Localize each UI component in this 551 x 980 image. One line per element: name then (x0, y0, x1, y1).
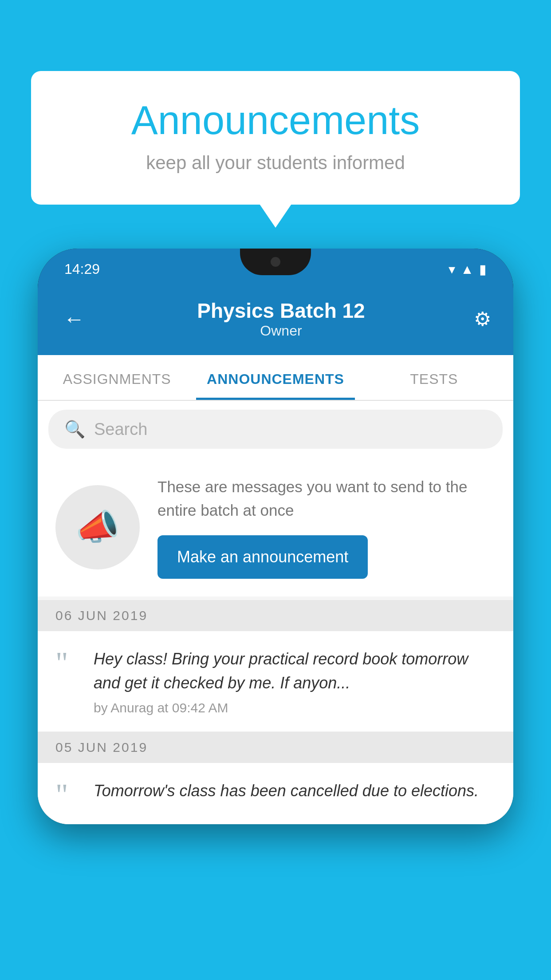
search-bar[interactable]: 🔍 Search (48, 410, 503, 449)
bubble-subtitle: keep all your students informed (67, 152, 484, 174)
signal-icon: ▲ (460, 262, 474, 277)
announcement-item-1[interactable]: " Hey class! Bring your practical record… (38, 631, 513, 732)
battery-icon: ▮ (479, 261, 487, 277)
speech-bubble: Announcements keep all your students inf… (31, 71, 520, 205)
status-bar: 14:29 ▾ ▲ ▮ (38, 249, 513, 285)
announcement-meta-1: by Anurag at 09:42 AM (94, 700, 496, 715)
search-icon: 🔍 (64, 419, 85, 439)
promo-icon-circle: 📣 (55, 485, 140, 569)
phone-notch (240, 249, 311, 275)
header-center: Physics Batch 12 Owner (197, 299, 365, 339)
tab-bar: ASSIGNMENTS ANNOUNCEMENTS TESTS (38, 355, 513, 401)
promo-description: These are messages you want to send to t… (157, 475, 496, 522)
status-time: 14:29 (64, 261, 100, 277)
status-icons: ▾ ▲ ▮ (449, 261, 487, 277)
tab-announcements[interactable]: ANNOUNCEMENTS (196, 355, 354, 400)
date-separator-1: 06 JUN 2019 (38, 600, 513, 631)
announcement-text-1: Hey class! Bring your practical record b… (94, 647, 496, 695)
header-subtitle: Owner (197, 323, 365, 339)
tab-assignments[interactable]: ASSIGNMENTS (38, 355, 196, 400)
announcement-item-2[interactable]: " Tomorrow's class has been cancelled du… (38, 763, 513, 824)
settings-button[interactable]: ⚙ (474, 308, 491, 330)
make-announcement-button[interactable]: Make an announcement (157, 535, 368, 579)
quote-icon-2: " (55, 782, 78, 807)
tab-tests[interactable]: TESTS (355, 355, 513, 400)
wifi-icon: ▾ (449, 261, 455, 277)
quote-icon-1: " (55, 651, 78, 676)
announcement-promo: 📣 These are messages you want to send to… (38, 458, 513, 597)
search-placeholder: Search (94, 420, 147, 439)
header-title: Physics Batch 12 (197, 299, 365, 323)
phone-wrapper: 14:29 ▾ ▲ ▮ ← Physics Batch 12 Owner ⚙ A… (38, 249, 513, 980)
date-separator-2: 05 JUN 2019 (38, 732, 513, 763)
announcement-text-2: Tomorrow's class has been cancelled due … (94, 779, 496, 803)
camera (271, 257, 280, 267)
search-bar-container: 🔍 Search (38, 401, 513, 458)
phone-device: 14:29 ▾ ▲ ▮ ← Physics Batch 12 Owner ⚙ A… (38, 249, 513, 824)
app-header: ← Physics Batch 12 Owner ⚙ (38, 285, 513, 355)
back-button[interactable]: ← (60, 303, 88, 335)
megaphone-icon: 📣 (75, 506, 120, 548)
announcement-content-2: Tomorrow's class has been cancelled due … (94, 779, 496, 808)
promo-content: These are messages you want to send to t… (157, 475, 496, 579)
app-body: 🔍 Search 📣 These are messages you want t… (38, 401, 513, 824)
intro-section: Announcements keep all your students inf… (31, 71, 520, 205)
bubble-title: Announcements (67, 98, 484, 143)
announcement-content-1: Hey class! Bring your practical record b… (94, 647, 496, 715)
